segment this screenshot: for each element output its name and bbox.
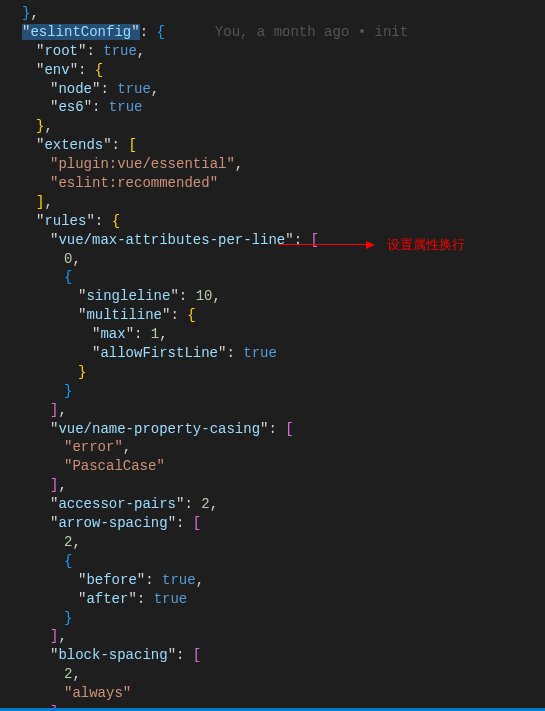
code-line: ],: [8, 401, 545, 420]
code-line: "after": true: [8, 590, 545, 609]
code-line: "arrow-spacing": [: [8, 514, 545, 533]
code-line: "multiline": {: [8, 306, 545, 325]
code-line: "eslintConfig": {You, a month ago • init: [8, 23, 545, 42]
code-line: "env": {: [8, 61, 545, 80]
code-line: {: [8, 552, 545, 571]
arrow-head-icon: [366, 241, 375, 249]
code-line: "singleline": 10,: [8, 287, 545, 306]
code-line: "block-spacing": [: [8, 646, 545, 665]
code-line: "always": [8, 684, 545, 703]
code-line: ],: [8, 193, 545, 212]
gitlens-annotation: You, a month ago • init: [165, 24, 408, 40]
code-line: },: [8, 117, 545, 136]
code-line: "vue/name-property-casing": [: [8, 420, 545, 439]
annotation-arrow: 设置属性换行: [278, 236, 465, 254]
code-line: "before": true,: [8, 571, 545, 590]
code-line: {: [8, 268, 545, 287]
code-line: }: [8, 609, 545, 628]
code-line: "accessor-pairs": 2,: [8, 495, 545, 514]
code-line: ],: [8, 627, 545, 646]
code-editor[interactable]: }, "eslintConfig": {You, a month ago • i…: [0, 0, 545, 711]
code-line: "max": 1,: [8, 325, 545, 344]
code-line: "rules": {: [8, 212, 545, 231]
code-line: "root": true,: [8, 42, 545, 61]
code-line: "extends": [: [8, 136, 545, 155]
code-line: },: [8, 4, 545, 23]
code-line: }: [8, 382, 545, 401]
arrow-line: [278, 244, 366, 245]
code-line: "eslint:recommended": [8, 174, 545, 193]
code-line: "plugin:vue/essential",: [8, 155, 545, 174]
code-line: "es6": true: [8, 98, 545, 117]
code-line: "PascalCase": [8, 457, 545, 476]
code-line: }: [8, 363, 545, 382]
code-line: "error",: [8, 438, 545, 457]
code-line: "node": true,: [8, 80, 545, 99]
code-line: "allowFirstLine": true: [8, 344, 545, 363]
code-line: 2,: [8, 533, 545, 552]
annotation-text: 设置属性换行: [387, 236, 465, 254]
code-line: 2,: [8, 665, 545, 684]
code-line: ],: [8, 476, 545, 495]
